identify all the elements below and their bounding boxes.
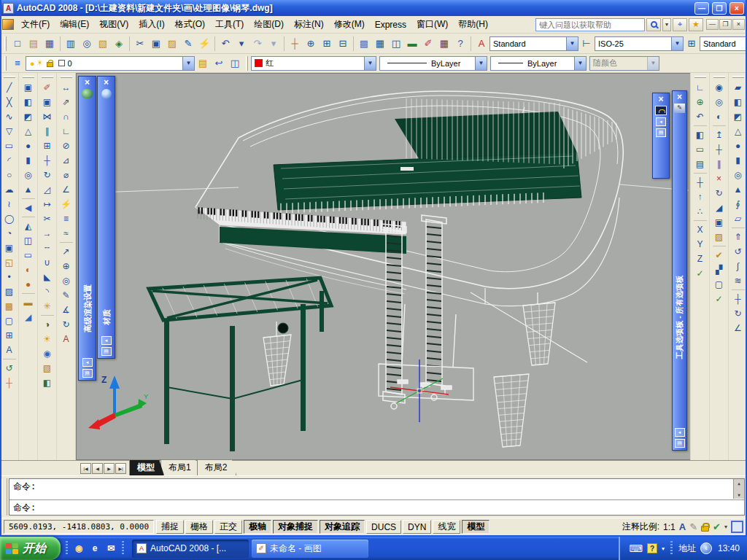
sheetset-icon[interactable]: ▬ (404, 36, 420, 52)
auto-hide-icon[interactable]: ◂ (656, 117, 666, 126)
tool-gradient[interactable]: ▩ (1, 299, 17, 314)
layer-previous-icon[interactable]: ↩ (211, 55, 227, 71)
tool-mapping[interactable]: ▧ (39, 361, 55, 376)
tool-rotate[interactable]: ↻ (39, 168, 55, 182)
tool-join[interactable]: ∪ (39, 255, 55, 270)
close-icon[interactable]: × (658, 95, 663, 104)
tool-chamfer[interactable]: ◣ (39, 270, 55, 284)
plot-preview-icon[interactable]: ◎ (79, 36, 95, 52)
tab-nav-btn[interactable]: ◀ (92, 463, 103, 474)
undo-icon[interactable]: ↶ (217, 36, 233, 52)
tool-dim-radius[interactable]: ⊘ (58, 139, 74, 153)
menu-format[interactable]: 格式(O) (170, 16, 210, 33)
tool-dim-ordinate[interactable]: ∟ (58, 124, 74, 139)
tool-dim-linear[interactable]: ↔ (58, 80, 74, 95)
command-box[interactable]: 命令: 命令: ▲▼ (9, 478, 745, 516)
tool-dim-aligned[interactable]: ⇗ (58, 95, 74, 109)
tool-color-faces[interactable]: ▨ (711, 230, 727, 244)
tool-construction-line[interactable]: ╳ (1, 95, 17, 109)
tab-model[interactable]: 模型 (129, 459, 164, 475)
publish-icon[interactable]: ▧ (95, 36, 111, 52)
zoom-previous-icon[interactable]: ⊟ (335, 36, 351, 52)
help-tray-icon[interactable]: ? (647, 543, 657, 553)
tool-copy[interactable]: ▣ (39, 95, 55, 109)
menu-window[interactable]: 窗口(W) (411, 16, 453, 33)
tool-point[interactable]: • (1, 270, 17, 284)
render-settings-palette[interactable]: × 高级渲染设置 ◂ ▤ (78, 76, 96, 381)
tool-ucs-apply[interactable]: ✓ (692, 266, 708, 281)
tool-extrude-faces[interactable]: ↥ (711, 128, 727, 142)
tool-lights[interactable]: ☀ (39, 332, 55, 346)
tool-center-mark[interactable]: ◎ (58, 273, 74, 288)
tool-ucs-previous[interactable]: ↶ (692, 109, 708, 124)
taskbar-task-autocad[interactable]: A AutoCAD 2008 - [... (132, 540, 249, 558)
toggle-ducs[interactable]: DUCS (366, 520, 401, 534)
tool-wedge-3d[interactable]: ◩ (20, 109, 36, 124)
tool-hatch[interactable]: ▨ (1, 284, 17, 299)
tool-ucs-z-axis[interactable]: ↑ (692, 190, 708, 204)
auto-hide-icon[interactable]: ◂ (101, 336, 112, 345)
tool-3d-hidden[interactable]: ▭ (20, 248, 36, 262)
properties-menu-icon[interactable]: ▤ (82, 369, 93, 378)
menu-draw[interactable]: 绘图(D) (249, 16, 289, 33)
child-restore-button[interactable]: ❐ (719, 19, 732, 30)
toggle-osnap[interactable]: 对象捕捉 (273, 520, 318, 534)
properties-icon[interactable]: ▩ (356, 36, 372, 52)
tool-ucs-rotate-y[interactable]: Y (692, 237, 708, 252)
toolbar-lock-icon[interactable] (701, 526, 709, 532)
toggle-polar[interactable]: 极轴 (244, 520, 271, 534)
tool-pyramid-3d[interactable]: ▲ (20, 182, 36, 197)
tool-pyramid[interactable]: ▲ (730, 182, 746, 197)
close-icon[interactable]: × (85, 78, 90, 87)
zoom-window-icon[interactable]: ⊞ (319, 36, 335, 52)
tool-copy-faces[interactable]: ▣ (711, 215, 727, 230)
tool-ucs[interactable]: ∟ (692, 80, 708, 95)
tool-line[interactable]: ╱ (1, 80, 17, 95)
menu-modify[interactable]: 修改(M) (329, 16, 370, 33)
properties-menu-icon[interactable]: ▤ (101, 347, 112, 356)
chevron-down-icon[interactable]: ▼ (364, 57, 376, 70)
tool-shell-solid[interactable]: ▢ (711, 277, 727, 292)
tool-dim-baseline[interactable]: ≡ (58, 211, 74, 226)
tool-dim-style[interactable]: A (58, 332, 74, 346)
scroll-down-icon[interactable]: ▼ (738, 492, 740, 497)
tool-table[interactable]: ⊞ (1, 328, 17, 343)
redo-icon[interactable]: ↷ (249, 36, 266, 52)
quickcalc-icon[interactable]: ▦ (436, 36, 452, 52)
tool-loft[interactable]: ≋ (730, 273, 746, 288)
tool-pan[interactable]: ┼ (1, 376, 17, 390)
tool-extrude[interactable]: ⇑ (730, 230, 746, 244)
toolbar-grip[interactable] (4, 76, 15, 78)
tool-helix[interactable]: ∮ (730, 197, 746, 211)
favorites-button[interactable]: ★ (689, 18, 703, 31)
tool-polysolid[interactable]: ▰ (730, 80, 746, 95)
lineweight-combo[interactable]: ByLayer ▼ (490, 56, 587, 71)
close-icon[interactable]: × (677, 93, 682, 101)
auto-hide-icon[interactable]: ◂ (675, 428, 685, 437)
designcenter-icon[interactable]: ▦ (372, 36, 388, 52)
tool-palettes-icon[interactable]: ◫ (388, 36, 404, 52)
markup-icon[interactable]: ✐ (420, 36, 436, 52)
toggle-model[interactable]: 模型 (462, 520, 489, 534)
tool-dim-continue[interactable]: ≈ (58, 226, 74, 241)
tool-ucs-world[interactable]: ⊕ (692, 95, 708, 109)
materials-palette[interactable]: × 材质 ◂ ▤ (97, 76, 115, 359)
toggle-ortho[interactable]: 正交 (214, 520, 242, 534)
internet-explorer-icon[interactable]: e (88, 542, 101, 555)
tool-explode[interactable]: ✳ (39, 299, 55, 314)
scroll-up-icon[interactable]: ▲ (738, 481, 740, 486)
tool-area[interactable]: ◢ (20, 310, 36, 324)
tool-previous-view[interactable]: ◀ (20, 201, 36, 215)
tool-spline[interactable]: ≀ (1, 197, 17, 211)
tool-planar-surface[interactable]: ▱ (730, 211, 746, 226)
address-toolbar-label[interactable]: 地址 (678, 542, 696, 555)
tool-fillet[interactable]: ◝ (39, 284, 55, 299)
dwf-icon[interactable]: ◈ (111, 36, 127, 52)
toggle-dyn[interactable]: DYN (403, 520, 431, 534)
command-scrollbar[interactable]: ▲▼ (733, 479, 744, 499)
chevron-down-icon[interactable]: ▼ (475, 57, 487, 70)
tool-palettes-palette[interactable]: × ✎ 工具选项板 - 所有选项板 ◂ ▤ (672, 90, 687, 451)
tool-dim-diameter[interactable]: ⌀ (58, 168, 74, 182)
tool-dim-angular[interactable]: ∠ (58, 182, 74, 197)
tool-dim-jogged[interactable]: ⊿ (58, 153, 74, 168)
